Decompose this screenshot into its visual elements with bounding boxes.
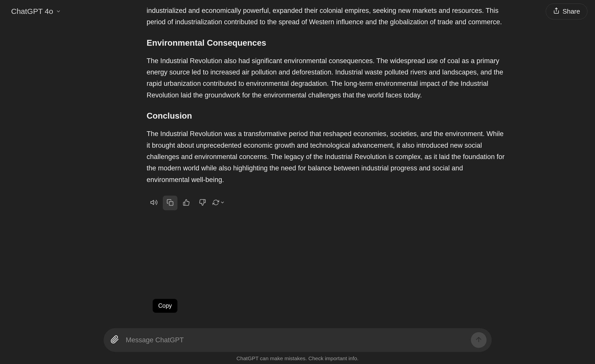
chevron-down-icon	[220, 200, 225, 206]
thumbs-up-button[interactable]	[179, 196, 194, 210]
thumbs-up-icon	[183, 199, 190, 207]
regenerate-button[interactable]	[211, 196, 226, 210]
disclaimer-text: ChatGPT can make mistakes. Check importa…	[237, 355, 359, 361]
message-action-bar	[147, 196, 507, 210]
message-input[interactable]	[126, 336, 466, 344]
content-area: industrialized and economically powerful…	[0, 0, 595, 364]
input-area: ChatGPT can make mistakes. Check importa…	[0, 328, 595, 364]
assistant-message: industrialized and economically powerful…	[147, 5, 507, 210]
section-heading-environmental: Environmental Consequences	[147, 38, 507, 48]
svg-marker-1	[151, 200, 154, 205]
section-body-conclusion: The Industrial Revolution was a transfor…	[147, 128, 507, 186]
speaker-icon	[150, 199, 158, 207]
input-container	[104, 328, 492, 352]
copy-button[interactable]	[163, 196, 177, 210]
section-heading-conclusion: Conclusion	[147, 111, 507, 121]
thumbs-down-button[interactable]	[195, 196, 210, 210]
attach-button[interactable]	[109, 334, 121, 346]
arrow-up-icon	[475, 336, 483, 344]
copy-tooltip: Copy	[153, 299, 177, 313]
copy-icon	[167, 199, 174, 207]
thumbs-down-icon	[199, 199, 206, 207]
refresh-icon	[213, 199, 219, 207]
section-body-environmental: The Industrial Revolution also had signi…	[147, 55, 507, 101]
paperclip-icon	[110, 335, 119, 345]
send-button[interactable]	[471, 332, 487, 348]
read-aloud-button[interactable]	[147, 196, 161, 210]
partial-paragraph: industrialized and economically powerful…	[147, 5, 507, 28]
svg-rect-2	[169, 201, 173, 205]
